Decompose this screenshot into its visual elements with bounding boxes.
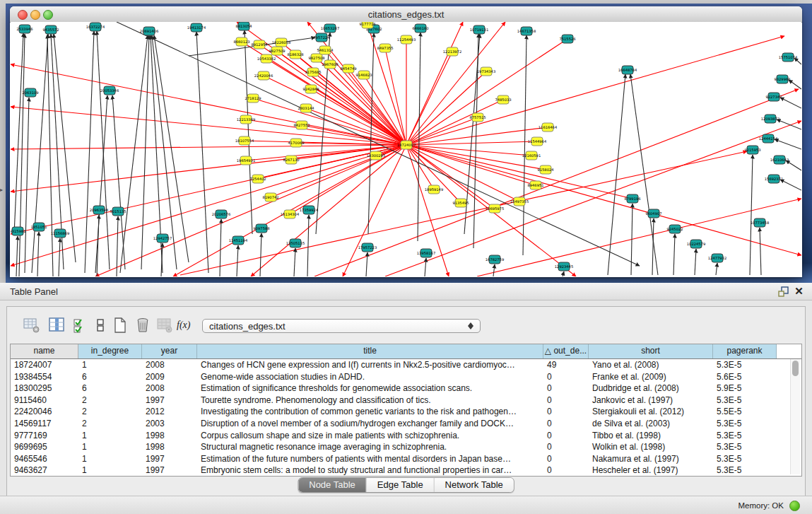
graph-node[interactable]: 7254402 <box>249 175 266 183</box>
table-row[interactable]: 1456911722003Disruption of a novel membe… <box>11 418 801 430</box>
cell-short[interactable]: de Silva et al. (2003) <box>589 418 713 430</box>
float-panel-button[interactable] <box>777 286 789 298</box>
cell-in_degree[interactable]: 2 <box>78 406 142 418</box>
cell-name[interactable]: 9115460 <box>11 395 78 407</box>
graph-node[interactable]: 8267130 <box>283 156 299 164</box>
cell-out_de[interactable]: 0 <box>543 465 589 477</box>
graph-node[interactable]: 8757515 <box>469 113 486 122</box>
graph-node[interactable]: 10695975 <box>486 204 504 213</box>
graph-node[interactable]: 8912954 <box>251 40 268 49</box>
graph-node[interactable]: 9827509 <box>269 47 285 55</box>
graph-node[interactable]: 12093872 <box>761 115 779 123</box>
cell-name[interactable]: 18300295 <box>11 382 78 395</box>
cell-pagerank[interactable]: 5.5E-5 <box>713 406 777 418</box>
column-header-short[interactable]: short <box>589 344 713 358</box>
cell-name[interactable]: 14569117 <box>11 418 78 430</box>
cell-pagerank[interactable]: 5.6E-5 <box>713 371 777 383</box>
graph-node[interactable]: 3175685 <box>305 68 321 76</box>
graph-node[interactable]: 15134304 <box>281 210 300 218</box>
cell-title[interactable]: Estimation of significance thresholds fo… <box>197 382 543 395</box>
column-header-in_degree[interactable]: in_degree <box>78 344 142 358</box>
graph-node[interactable]: 9435572 <box>42 25 59 34</box>
graph-node[interactable]: 5015135 <box>110 207 126 216</box>
cell-in_degree[interactable]: 2 <box>78 395 142 407</box>
graph-node[interactable]: 4170069 <box>288 139 304 147</box>
cell-year[interactable]: 2008 <box>142 359 197 371</box>
graph-node[interactable]: 15692371 <box>765 175 783 183</box>
graph-node[interactable]: 6466160 <box>412 24 428 33</box>
cell-name[interactable]: 9777169 <box>11 430 78 442</box>
graph-node[interactable]: 9177716 <box>359 22 375 28</box>
cell-title[interactable]: Corpus callosum shape and size in male p… <box>197 430 543 442</box>
table-row[interactable]: 977716911998Corpus callosum shape and si… <box>11 430 801 442</box>
graph-node[interactable]: 19734343 <box>477 67 495 76</box>
graph-node[interactable]: 12942757 <box>153 234 172 243</box>
cell-out_de[interactable]: 0 <box>543 406 589 418</box>
table-row[interactable]: 1872400712008Changes of HCN gene express… <box>11 359 801 371</box>
graph-node[interactable]: 10224579 <box>687 240 705 248</box>
graph-node[interactable]: 10773458 <box>751 218 769 227</box>
cell-out_de[interactable]: 49 <box>543 359 589 371</box>
cell-in_degree[interactable]: 1 <box>78 441 142 453</box>
cell-out_de[interactable]: 0 <box>543 371 589 383</box>
graph-node[interactable]: 16210643 <box>770 156 789 164</box>
graph-node[interactable]: 5461314 <box>317 46 334 54</box>
graph-node[interactable]: 2533946 <box>16 25 33 33</box>
cell-short[interactable]: Wolkin et al. (1998) <box>589 441 713 453</box>
cell-year[interactable]: 2008 <box>142 382 197 395</box>
cell-pagerank[interactable]: 5.9E-5 <box>713 382 777 395</box>
cell-title[interactable]: Estimation of the future numbers of pati… <box>197 453 543 465</box>
graph-node[interactable]: 15751074 <box>779 53 798 62</box>
graph-node[interactable]: 13505135 <box>286 239 305 247</box>
graph-node[interactable]: 12477932 <box>708 254 726 262</box>
graph-node[interactable]: 7485033 <box>495 95 511 104</box>
cell-title[interactable]: Tourette syndrome. Phenomenology and cla… <box>197 395 543 407</box>
graph-node[interactable]: 1851051 <box>30 223 47 231</box>
graph-node[interactable]: 9604907 <box>645 209 661 218</box>
cell-pagerank[interactable]: 5.3E-5 <box>713 441 777 453</box>
scrollbar-thumb[interactable] <box>792 361 799 376</box>
tab-network-table[interactable]: Network Table <box>435 478 514 492</box>
graph-node[interactable]: 18226058 <box>272 38 290 47</box>
graph-node[interactable]: 8427552 <box>293 121 310 129</box>
cell-name[interactable]: 22420046 <box>11 406 78 418</box>
cell-short[interactable]: Franke et al. (2009) <box>589 371 713 383</box>
graph-node[interactable]: 9827508 <box>308 54 324 62</box>
cell-out_de[interactable]: 0 <box>543 430 589 442</box>
cell-name[interactable]: 9699695 <box>11 441 78 453</box>
cell-in_degree[interactable]: 2 <box>78 418 142 430</box>
graph-node[interactable]: 7957224 <box>313 33 330 42</box>
graph-node[interactable]: 9227342 <box>765 93 782 101</box>
cell-pagerank[interactable]: 5.3E-5 <box>713 359 777 371</box>
network-canvas[interactable]: 2533946943557216372274206914061941317488… <box>11 22 801 276</box>
cell-in_degree[interactable]: 1 <box>78 359 142 371</box>
graph-node[interactable]: 20206576 <box>212 210 230 218</box>
graph-node[interactable]: 14671358 <box>517 27 536 35</box>
cell-short[interactable]: Yano et al. (2008) <box>589 359 713 371</box>
table-settings-button[interactable] <box>23 316 41 334</box>
graph-node[interactable]: 17957223 <box>358 243 377 252</box>
graph-node[interactable]: 2803144 <box>298 104 314 112</box>
graph-node[interactable]: 12923445 <box>555 262 573 271</box>
graph-node[interactable]: 8946951 <box>527 181 543 189</box>
cell-out_de[interactable]: 0 <box>543 395 589 407</box>
cell-pagerank[interactable]: 5.3E-5 <box>713 430 777 442</box>
graph-node[interactable]: 9146823 <box>355 71 372 79</box>
graph-node[interactable]: 8497355 <box>377 44 393 52</box>
table-row[interactable]: 946362711997Embryonic stem cells: a mode… <box>11 465 801 477</box>
cell-year[interactable]: 1997 <box>142 395 197 407</box>
cell-name[interactable]: 9465546 <box>11 453 78 465</box>
import-table-button[interactable] <box>155 316 174 334</box>
table-row[interactable]: 2242004622012Investigating the contribut… <box>11 406 801 418</box>
graph-node[interactable]: 7515526 <box>559 35 575 43</box>
cell-year[interactable]: 1998 <box>142 441 197 453</box>
graph-node[interactable]: 2967608 <box>322 60 338 69</box>
cell-short[interactable]: Stergiakouli et al. (2012) <box>589 406 713 418</box>
graph-node[interactable]: 16372274 <box>86 23 105 31</box>
cell-pagerank[interactable]: 5.3E-5 <box>713 465 777 477</box>
cell-short[interactable]: Hescheler et al. (1997) <box>589 465 713 477</box>
select-columns-button[interactable] <box>71 316 89 334</box>
graph-node[interactable]: 9315981 <box>11 227 26 235</box>
cell-out_de[interactable]: 0 <box>543 382 589 395</box>
graph-node[interactable]: 11616464 <box>539 123 558 132</box>
